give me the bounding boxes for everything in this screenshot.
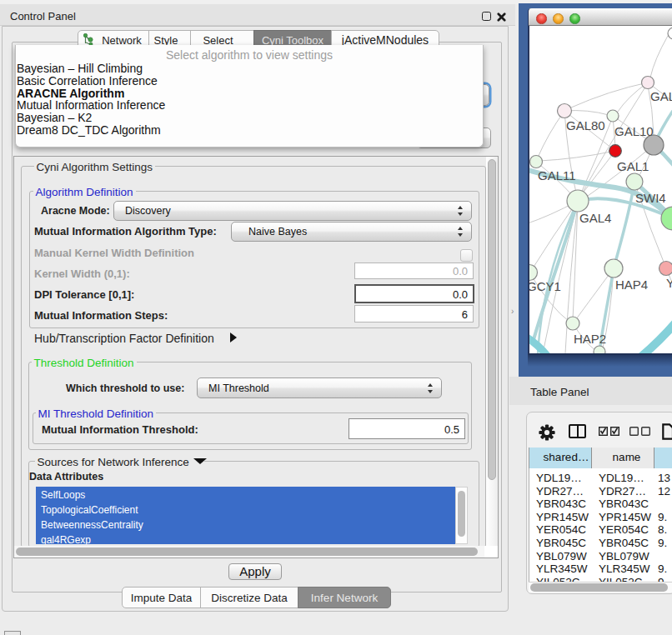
svg-text:HAP2: HAP2 bbox=[574, 332, 606, 346]
svg-text:GAL1: GAL1 bbox=[617, 159, 649, 173]
svg-text:GAL10: GAL10 bbox=[614, 124, 654, 138]
svg-text:GAL7: GAL7 bbox=[650, 89, 672, 103]
svg-text:SWI4: SWI4 bbox=[635, 191, 666, 205]
svg-text:GAL80: GAL80 bbox=[566, 118, 605, 132]
svg-text:GCY1: GCY1 bbox=[529, 279, 561, 293]
svg-text:GAL4: GAL4 bbox=[579, 211, 611, 225]
svg-text:HAP4: HAP4 bbox=[615, 278, 648, 292]
svg-text:GAL11: GAL11 bbox=[538, 168, 576, 182]
svg-text:Y: Y bbox=[666, 276, 672, 290]
